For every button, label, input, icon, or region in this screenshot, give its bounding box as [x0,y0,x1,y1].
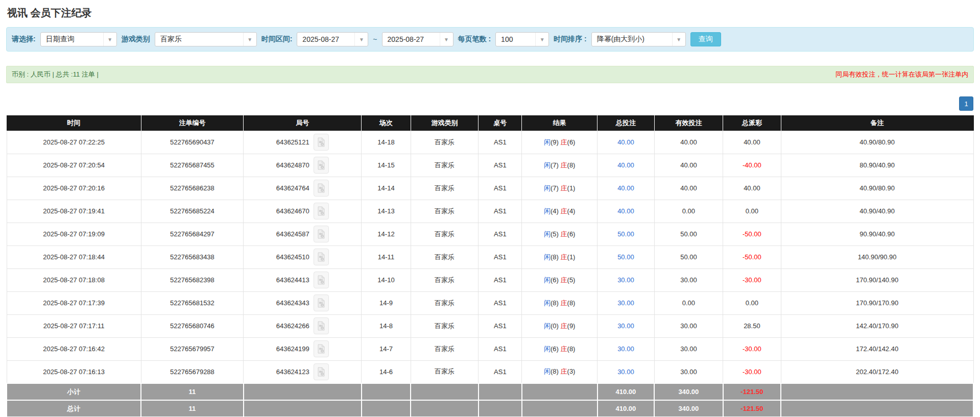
round-no-cell: 643624199 [244,337,362,360]
game-type-cell: 百家乐 [411,268,479,291]
valid-bet-cell: 30.00 [654,360,723,383]
date-from-select[interactable]: 2025-08-27 ▼ [297,32,368,46]
result-cell: 闲(4) 庄(4) [522,200,597,223]
video-replay-icon[interactable] [314,295,329,311]
player-result: 闲 [544,207,551,215]
total-bet-link[interactable]: 30.00 [597,314,655,337]
round-no-cell: 643624510 [244,246,362,268]
banker-result: 庄 [561,299,567,307]
session-cell: 14-15 [362,154,411,177]
summary-currency-count: 币别 : 人民币 | 总共 :11 注单 | [12,70,99,79]
payout-cell: 40.00 [723,131,781,154]
video-replay-icon[interactable] [314,249,329,265]
total-bet-link[interactable]: 40.00 [597,177,655,200]
search-button[interactable]: 查询 [690,32,721,46]
table-row: 2025-08-27 07:19:41 522765685224 6436246… [7,200,973,223]
page-size-value: 100 [501,35,513,43]
game-type-cell: 百家乐 [411,246,479,268]
remark-cell: 40.90/40.90 [781,200,973,223]
date-range-label: 时间区间: [261,35,293,44]
table-no-cell: AS1 [479,360,522,383]
session-cell: 14-18 [362,131,411,154]
page-size-select[interactable]: 100 ▼ [495,32,549,46]
result-cell: 闲(7) 庄(8) [522,154,597,177]
session-cell: 14-7 [362,337,411,360]
payout-sum-cell: -121.50 [723,383,781,400]
valid-bet-cell: 40.00 [654,154,723,177]
total-bet-link[interactable]: 50.00 [597,223,655,246]
payout-cell: 40.00 [723,177,781,200]
remark-cell: 80.90/40.90 [781,154,973,177]
remark-cell: 40.90/80.90 [781,177,973,200]
video-replay-icon[interactable] [314,180,329,197]
payout-cell: 0.00 [723,200,781,223]
total-bet-link[interactable]: 40.00 [597,131,655,154]
col-remark: 备注 [781,115,973,131]
total-label-cell: 总计 [7,400,141,417]
video-replay-icon[interactable] [314,157,329,174]
remark-cell: 172.40/142.40 [781,337,973,360]
col-valid-bet: 有效投注 [654,115,723,131]
total-count-cell: 11 [141,383,244,400]
table-row: 2025-08-27 07:17:39 522765681532 6436243… [7,291,973,314]
total-bet-link[interactable]: 30.00 [597,268,655,291]
sort-label: 时间排序 : [554,35,587,44]
bet-no-cell: 522765685224 [141,200,244,223]
table-row: 2025-08-27 07:22:25 522765690437 6436251… [7,131,973,154]
summary-bar: 币别 : 人民币 | 总共 :11 注单 | 同局有效投注，统一计算在该局第一张… [6,66,974,83]
player-result: 闲 [544,138,551,146]
player-result: 闲 [544,230,551,238]
remark-cell: 90.90/40.90 [781,223,973,246]
result-cell: 闲(7) 庄(1) [522,177,597,200]
pagination: 1 [6,96,973,111]
game-type-cell: 百家乐 [411,291,479,314]
video-replay-icon[interactable] [314,134,329,151]
video-replay-icon[interactable] [314,340,329,357]
video-replay-icon[interactable] [314,272,329,288]
total-bet-link[interactable]: 30.00 [597,360,655,383]
total-bet-link[interactable]: 40.00 [597,200,655,223]
valid-bet-cell: 40.00 [654,131,723,154]
total-bet-link[interactable]: 50.00 [597,246,655,268]
table-header: 时间 注单编号 局号 场次 游戏类别 桌号 结果 总投注 有效投注 总派彩 备注 [7,115,973,131]
col-round-no: 局号 [244,115,362,131]
col-result: 结果 [522,115,597,131]
table-body: 2025-08-27 07:22:25 522765690437 6436251… [7,131,973,417]
game-type-cell: 百家乐 [411,360,479,383]
query-type-label: 请选择: [12,35,36,44]
player-result: 闲 [544,299,551,307]
sort-select[interactable]: 降幂(由大到小) ▼ [591,32,686,46]
table-row: 2025-08-27 07:19:09 522765684297 6436245… [7,223,973,246]
query-type-select[interactable]: 日期查询 ▼ [40,32,117,46]
col-session: 场次 [362,115,411,131]
result-cell: 闲(8) 庄(1) [522,246,597,268]
total-bet-link[interactable]: 30.00 [597,337,655,360]
valid-bet-sum-cell: 340.00 [654,400,723,417]
date-to-value: 2025-08-27 [388,35,424,43]
total-bet-sum-cell: 410.00 [597,400,655,417]
valid-bet-cell: 0.00 [654,200,723,223]
page-button-1[interactable]: 1 [959,96,973,111]
video-replay-icon[interactable] [314,363,329,380]
video-replay-icon[interactable] [314,226,329,242]
table-row: 2025-08-27 07:17:11 522765680746 6436242… [7,314,973,337]
payout-cell: -30.00 [723,360,781,383]
player-result: 闲 [544,322,551,330]
round-no-cell: 643624123 [244,360,362,383]
remark-cell: 202.40/172.40 [781,360,973,383]
game-type-label: 游戏类别 [122,35,150,44]
time-cell: 2025-08-27 07:17:39 [7,291,141,314]
game-type-cell: 百家乐 [411,154,479,177]
total-bet-link[interactable]: 30.00 [597,291,655,314]
game-type-select[interactable]: 百家乐 ▼ [155,32,257,46]
chevron-down-icon: ▼ [440,33,453,46]
table-row: 2025-08-27 07:18:44 522765683438 6436245… [7,246,973,268]
video-replay-icon[interactable] [314,203,329,219]
valid-bet-cell: 0.00 [654,291,723,314]
date-to-select[interactable]: 2025-08-27 ▼ [382,32,453,46]
result-cell: 闲(6) 庄(8) [522,337,597,360]
round-no-cell: 643624870 [244,154,362,177]
video-replay-icon[interactable] [314,317,329,334]
date-range-tilde: ~ [373,35,377,43]
total-bet-link[interactable]: 40.00 [597,154,655,177]
